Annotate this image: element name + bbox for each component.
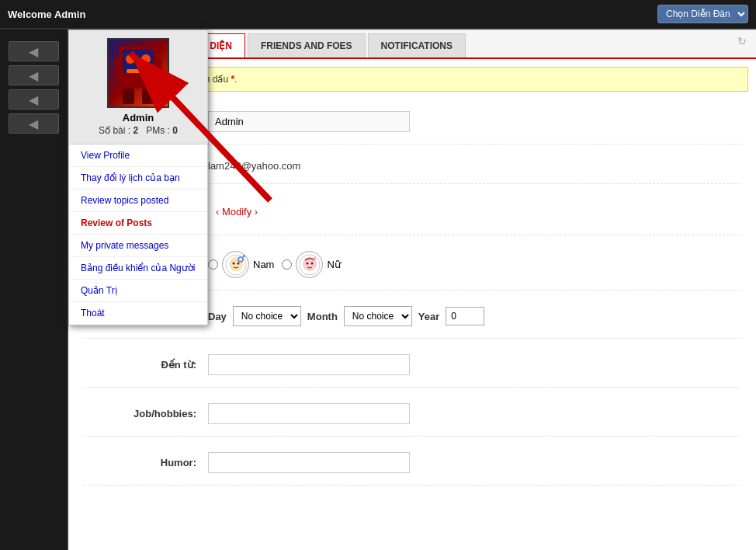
month-select[interactable]: No choice	[344, 306, 412, 326]
male-label: Nam	[253, 259, 274, 270]
sidebar-btn-1[interactable]: ◀	[9, 41, 59, 61]
arrow-icon-2: ◀	[29, 68, 38, 83]
tab-notifications[interactable]: NOTIFICATIONS	[368, 33, 466, 57]
sidebar-btn-3[interactable]: ◀	[9, 89, 59, 110]
forum-select[interactable]: Chọn Diễn Đàn	[657, 5, 748, 23]
pms-label: PMs :	[146, 125, 170, 136]
gender-male-radio[interactable]	[208, 259, 218, 270]
posts-label: Số bài :	[99, 125, 130, 136]
menu-review-posts[interactable]: Review of Posts	[69, 212, 207, 235]
top-bar: Welcome Admin Chọn Diễn Đàn	[0, 0, 756, 30]
svg-rect-8	[142, 89, 154, 104]
svg-point-21	[313, 257, 316, 260]
den-tu-row: Đến từ:	[84, 354, 740, 388]
user-avatar-section: Admin Số bài : 2 PMs : 0	[69, 30, 207, 144]
humor-input[interactable]	[208, 452, 410, 473]
modify-link[interactable]: ‹ Modify ›	[216, 206, 258, 218]
svg-point-2	[126, 54, 135, 64]
user-stats: Số bài : 2 PMs : 0	[99, 125, 178, 136]
birthday-section: Day No choice Month No choice Year	[208, 306, 484, 326]
sidebar-btn-2[interactable]: ◀	[9, 65, 59, 85]
female-icon	[296, 251, 323, 278]
svg-point-11	[232, 262, 234, 264]
svg-point-19	[306, 262, 308, 264]
menu-view-profile[interactable]: View Profile	[69, 144, 207, 167]
gender-male-option[interactable]: Nam	[208, 251, 274, 278]
menu-control-panel[interactable]: Bảng điều khiển của Người	[69, 257, 207, 280]
gender-female-option[interactable]: Nữ	[282, 251, 340, 278]
year-input[interactable]	[446, 307, 484, 325]
sidebar-btn-4[interactable]: ◀	[9, 113, 59, 134]
arrow-icon-4: ◀	[29, 117, 38, 131]
svg-rect-4	[127, 69, 150, 73]
avatar-image	[111, 42, 165, 104]
user-menu: View Profile Thay đổi lý lịch của bạn Re…	[69, 144, 207, 325]
username-input[interactable]	[208, 111, 410, 132]
arrow-icon-1: ◀	[29, 44, 38, 59]
posts-count: 2	[133, 125, 138, 136]
svg-point-10	[229, 257, 243, 271]
gender-female-radio[interactable]	[282, 259, 292, 270]
svg-point-20	[310, 262, 313, 264]
male-icon	[222, 251, 249, 278]
menu-private-messages[interactable]: My private messages	[69, 235, 207, 257]
den-tu-label: Đến từ:	[84, 359, 208, 371]
humor-label: Humor:	[84, 457, 208, 468]
year-label: Year	[418, 311, 439, 322]
welcome-text: Welcome Admin	[8, 9, 85, 20]
female-label: Nữ	[327, 259, 340, 270]
gender-section: Nam	[208, 251, 341, 278]
email-value: lam240@yahoo.com	[208, 160, 300, 172]
pms-count: 0	[172, 125, 178, 136]
svg-point-3	[141, 54, 151, 64]
humor-row: Humor:	[84, 452, 740, 486]
job-row: Job/hobbies:	[84, 403, 740, 437]
tab-friends-foes[interactable]: FRIENDS AND FOES	[248, 33, 366, 57]
menu-review-topics[interactable]: Review topics posted	[69, 190, 207, 212]
day-select[interactable]: No choice	[233, 306, 301, 326]
month-label: Month	[307, 311, 338, 322]
menu-edit-history[interactable]: Thay đổi lý lịch của bạn	[69, 167, 207, 190]
arrow-icon-3: ◀	[29, 92, 38, 107]
svg-rect-5	[115, 57, 123, 77]
notifications-label: NOTIFICATIONS	[381, 40, 453, 51]
admin-username: Admin	[123, 112, 154, 124]
sidebar-buttons: ◀ ◀ ◀ ◀	[5, 33, 63, 141]
friends-foes-label: FRIENDS AND FOES	[261, 40, 352, 51]
menu-quan-tri[interactable]: Quản Trị	[69, 280, 207, 302]
job-input[interactable]	[208, 403, 410, 424]
forum-select-wrapper: Chọn Diễn Đàn	[657, 5, 748, 23]
svg-point-12	[237, 262, 239, 264]
refresh-icon[interactable]: ↻	[737, 35, 747, 47]
menu-logout[interactable]: Thoát	[69, 302, 207, 325]
svg-rect-7	[123, 89, 134, 104]
left-sidebar: ◀ ◀ ◀ ◀	[0, 30, 68, 550]
den-tu-input[interactable]	[208, 354, 410, 375]
avatar	[107, 38, 169, 108]
user-panel: Admin Số bài : 2 PMs : 0 View Profile Th…	[68, 30, 208, 325]
day-label: Day	[208, 311, 227, 322]
svg-rect-6	[154, 57, 161, 77]
job-label: Job/hobbies:	[84, 408, 208, 419]
